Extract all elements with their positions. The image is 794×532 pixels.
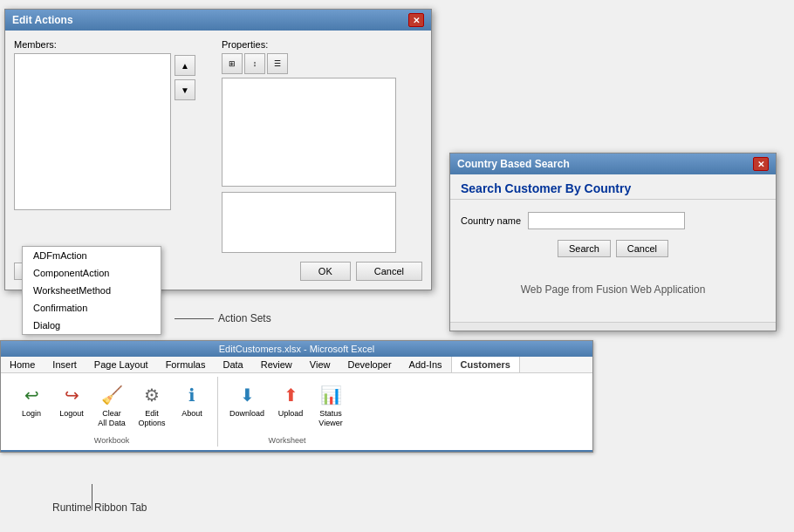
members-row: ▲ ▼ [14, 53, 215, 210]
dropdown-item-componentaction[interactable]: ComponentAction [23, 264, 161, 282]
country-cancel-button[interactable]: Cancel [616, 240, 668, 257]
move-down-button[interactable]: ▼ [175, 79, 195, 100]
members-label: Members: [14, 39, 215, 50]
runtime-ribbon-tab-label: Runtime Ribbon Tab [52, 501, 147, 514]
menu-review[interactable]: Review [252, 357, 301, 372]
action-sets-label: Action Sets [218, 312, 271, 324]
dropdown-item-dialog[interactable]: Dialog [23, 317, 161, 334]
prop-list-view-button[interactable]: ☰ [267, 53, 288, 74]
country-search-dialog: Country Based Search ✕ Search Customer B… [449, 153, 777, 331]
properties-list-bottom[interactable] [222, 192, 396, 253]
edit-options-label: EditOptions [138, 409, 165, 428]
menu-addins[interactable]: Add-Ins [400, 357, 451, 372]
status-viewer-label: StatusViewer [318, 409, 342, 428]
country-search-body: Country name Search Cancel Web Page from… [450, 207, 776, 322]
edit-actions-title: Edit Actions [12, 14, 73, 26]
status-viewer-icon: 📊 [317, 381, 345, 409]
dropdown-item-worksheetmethod[interactable]: WorksheetMethod [23, 282, 161, 299]
properties-list-top[interactable] [222, 78, 396, 187]
ribbon-download-button[interactable]: ⬇ Download [225, 379, 269, 431]
ribbon-about-button[interactable]: ℹ About [174, 379, 210, 431]
menu-insert[interactable]: Insert [44, 357, 86, 372]
ribbon-edit-options-button[interactable]: ⚙ EditOptions [133, 379, 170, 431]
country-dialog-bottom-bar [450, 322, 776, 331]
cancel-button[interactable]: Cancel [356, 262, 422, 281]
login-icon: ↩ [17, 381, 45, 409]
workbook-group-label: Workbook [94, 436, 129, 445]
country-name-label: Country name [461, 215, 521, 226]
menu-data[interactable]: Data [214, 357, 251, 372]
move-up-button[interactable]: ▲ [175, 55, 195, 76]
ribbon-group-workbook: ↩ Login ↪ Logout 🧹 ClearAll Data ⚙ EditO… [6, 377, 218, 447]
upload-icon: ⬆ [277, 381, 305, 409]
members-section: Members: ▲ ▼ [14, 39, 215, 253]
properties-section: Properties: ⊞ ↕ ☰ [222, 39, 422, 253]
members-list[interactable] [14, 53, 171, 210]
menu-view[interactable]: View [301, 357, 339, 372]
dropdown-item-confirmation[interactable]: Confirmation [23, 299, 161, 317]
excel-title: EditCustomers.xlsx - Microsoft Excel [219, 344, 374, 354]
ribbon-upload-button[interactable]: ⬆ Upload [272, 379, 309, 431]
logout-label: Logout [59, 409, 84, 419]
upload-label: Upload [278, 409, 304, 419]
country-name-input[interactable] [528, 212, 685, 229]
ribbon-group-worksheet: ⬇ Download ⬆ Upload 📊 StatusViewer Works… [218, 377, 356, 447]
country-search-titlebar: Country Based Search ✕ [450, 153, 776, 174]
download-label: Download [229, 409, 264, 419]
clear-label: ClearAll Data [98, 409, 126, 428]
add-dropdown-menu: ADFmAction ComponentAction WorksheetMeth… [22, 246, 161, 335]
dialog-columns: Members: ▲ ▼ Properties: ⊞ ↕ ☰ [14, 39, 422, 253]
ok-button[interactable]: OK [300, 262, 351, 281]
worksheet-buttons: ⬇ Download ⬆ Upload 📊 StatusViewer [225, 379, 349, 431]
about-label: About [181, 409, 202, 419]
web-page-note: Web Page from Fusion Web Application [461, 266, 765, 313]
ribbon-logout-button[interactable]: ↪ Logout [53, 379, 90, 431]
menu-formulas[interactable]: Formulas [157, 357, 215, 372]
country-search-heading: Search Customer By Country [450, 174, 776, 200]
search-button[interactable]: Search [558, 240, 611, 257]
edit-actions-close-button[interactable]: ✕ [408, 13, 424, 27]
menu-developer[interactable]: Developer [339, 357, 400, 372]
country-name-row: Country name [461, 212, 765, 229]
menu-customers[interactable]: Customers [451, 357, 520, 372]
ribbon-login-button[interactable]: ↩ Login [13, 379, 50, 431]
download-icon: ⬇ [233, 381, 261, 409]
workbook-buttons: ↩ Login ↪ Logout 🧹 ClearAll Data ⚙ EditO… [13, 379, 210, 431]
ribbon-clear-button[interactable]: 🧹 ClearAll Data [93, 379, 130, 431]
edit-options-icon: ⚙ [138, 381, 166, 409]
prop-grid-view-button[interactable]: ⊞ [222, 53, 243, 74]
properties-label: Properties: [222, 39, 422, 50]
action-sets-line [175, 318, 214, 319]
excel-window: EditCustomers.xlsx - Microsoft Excel Hom… [0, 340, 593, 453]
menu-page-layout[interactable]: Page Layout [86, 357, 157, 372]
ribbon-status-viewer-button[interactable]: 📊 StatusViewer [312, 379, 349, 431]
excel-titlebar: EditCustomers.xlsx - Microsoft Excel [1, 341, 592, 357]
prop-sort-button[interactable]: ↕ [244, 53, 265, 74]
menu-home[interactable]: Home [1, 357, 44, 372]
ribbon-section: ↩ Login ↪ Logout 🧹 ClearAll Data ⚙ EditO… [1, 373, 592, 452]
search-cancel-row: Search Cancel [461, 240, 765, 257]
dropdown-item-adfmaction[interactable]: ADFmAction [23, 247, 161, 264]
prop-toolbar: ⊞ ↕ ☰ [222, 53, 422, 74]
members-controls: ▲ ▼ [175, 53, 195, 100]
excel-menu-bar: Home Insert Page Layout Formulas Data Re… [1, 357, 592, 373]
logout-icon: ↪ [58, 381, 86, 409]
login-label: Login [22, 409, 41, 419]
country-search-close-button[interactable]: ✕ [753, 157, 769, 171]
clear-icon: 🧹 [98, 381, 126, 409]
country-search-title: Country Based Search [457, 158, 570, 170]
edit-actions-titlebar: Edit Actions ✕ [5, 10, 431, 31]
worksheet-group-label: Worksheet [269, 436, 306, 445]
about-icon: ℹ [178, 381, 206, 409]
